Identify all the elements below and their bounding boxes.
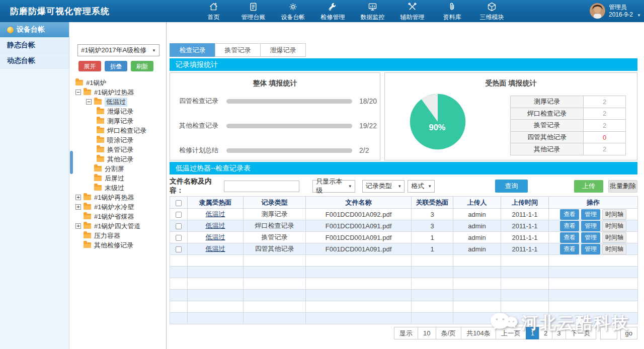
row-checkbox[interactable]	[176, 223, 182, 229]
folder-icon	[94, 176, 102, 181]
upload-button[interactable]: 上传	[574, 180, 603, 193]
row-checkbox[interactable]	[176, 235, 182, 241]
page-button-1[interactable]: 1	[526, 327, 539, 339]
tree-node[interactable]: −低温过	[69, 97, 166, 107]
page-button-3[interactable]: 3	[552, 327, 566, 339]
timeline-button[interactable]: 时间轴	[602, 209, 626, 220]
wrench-icon	[328, 2, 338, 12]
tree-node[interactable]: 其他检修记录	[69, 240, 166, 250]
folder-icon	[94, 166, 102, 171]
row-checkbox[interactable]	[176, 246, 182, 252]
expand-toggle-icon[interactable]: +	[75, 204, 81, 210]
tree-node[interactable]: 喷涂记录	[69, 135, 166, 145]
tree-node[interactable]: +#1锅炉四大管道	[69, 221, 166, 231]
overhaul-plan-select[interactable]: #1锅炉2017年A级检修 ▼	[77, 44, 159, 56]
folder-icon	[75, 80, 83, 85]
timeline-button[interactable]: 时间轴	[602, 221, 626, 231]
keyword-input[interactable]	[224, 181, 299, 192]
nav-item-home[interactable]: 首页	[194, 1, 233, 22]
sidebar: 设备台帐 静态台帐 动态台帐	[0, 22, 69, 349]
expand-toggle-icon[interactable]: +	[75, 223, 81, 229]
manage-button[interactable]: 管理	[581, 244, 600, 254]
user-dropdown-caret[interactable]: ▼	[637, 13, 641, 18]
page-button-2[interactable]: 2	[539, 327, 552, 339]
collapse-toggle-icon[interactable]: −	[86, 99, 92, 105]
folder-icon	[84, 214, 91, 219]
collapse-toggle-icon[interactable]: −	[75, 90, 81, 95]
search-button[interactable]: 查询	[495, 180, 528, 193]
sidebar-item-dynamic-ledger[interactable]: 动态台帐	[0, 53, 69, 69]
ledger-icon	[248, 2, 259, 12]
sidebar-item-static-ledger[interactable]: 静态台帐	[0, 38, 69, 53]
surface-link[interactable]: 低温过	[206, 245, 225, 252]
tree-node[interactable]: 压力容器	[69, 231, 166, 240]
surface-link[interactable]: 低温过	[206, 210, 225, 218]
surface-stats-table: 测厚记录2 焊口检查记录2 换管记录2 四管其他记录0 其他记录2	[510, 96, 626, 155]
go-button[interactable]: go	[620, 327, 637, 339]
refresh-button[interactable]: 刷新	[131, 61, 153, 71]
row-checkbox[interactable]	[176, 212, 182, 218]
surface-link[interactable]: 低温过	[206, 222, 225, 229]
surface-stats-title: 受热面 填报统计	[385, 79, 637, 88]
timeline-button[interactable]: 时间轴	[602, 232, 626, 243]
tree-node[interactable]: 测厚记录	[69, 116, 166, 126]
monitor-icon	[367, 2, 378, 12]
chevron-down-icon: ▼	[397, 184, 401, 189]
manage-button[interactable]: 管理	[581, 232, 600, 243]
paperclip-icon	[447, 2, 457, 12]
tree-node[interactable]: +#1锅炉再热器	[69, 193, 166, 202]
page-size-value[interactable]: 10	[418, 327, 436, 339]
nav-item-maintenance[interactable]: 检修管理	[313, 1, 353, 22]
record-type-select[interactable]: 记录类型▼	[362, 180, 405, 193]
format-select[interactable]: 格式▼	[408, 180, 435, 193]
tree-node[interactable]: +#1锅炉水冷壁	[69, 202, 166, 212]
empty-row	[170, 267, 638, 278]
folder-icon	[84, 242, 91, 248]
goto-page-input[interactable]	[600, 327, 617, 339]
batch-delete-button[interactable]: 批量删除	[608, 180, 637, 193]
tab-explosion-records[interactable]: 泄爆记录	[260, 43, 306, 57]
tree-node[interactable]: 焊口检查记录	[69, 126, 166, 135]
level-select[interactable]: 只显示本级▼	[312, 180, 355, 193]
manage-button[interactable]: 管理	[581, 209, 600, 220]
nav-item-equipment[interactable]: 设备台帐	[273, 1, 313, 22]
tree-node[interactable]: 后屏过	[69, 173, 166, 183]
folder-icon	[97, 156, 104, 162]
tree-node[interactable]: −#1锅炉过热器	[69, 88, 166, 97]
next-page-button[interactable]: 下一页	[566, 327, 596, 339]
view-button[interactable]: 查看	[560, 209, 579, 220]
tab-inspection-records[interactable]: 检查记录	[170, 43, 215, 57]
empty-row	[170, 278, 638, 290]
view-button[interactable]: 查看	[560, 244, 579, 254]
user-menu[interactable]: 管理员 2016-9-2	[590, 3, 633, 19]
tree-node[interactable]: 分割屏	[69, 164, 166, 173]
tree-scrollbar-thumb[interactable]	[70, 151, 73, 174]
expand-toggle-icon[interactable]: +	[75, 195, 81, 200]
surface-link[interactable]: 低温过	[206, 233, 225, 241]
view-button[interactable]: 查看	[560, 221, 579, 231]
tree-node[interactable]: 换管记录	[69, 145, 166, 154]
tree-node[interactable]: #1锅炉	[69, 78, 166, 88]
tree-node[interactable]: 其他记录	[69, 154, 166, 164]
expand-button[interactable]: 展开	[78, 61, 101, 71]
folder-icon	[97, 137, 104, 143]
gear-icon	[288, 2, 298, 12]
nav-item-aux-manage[interactable]: 辅助管理	[392, 1, 432, 22]
collapse-button[interactable]: 折叠	[105, 61, 127, 71]
prev-page-button[interactable]: 上一页	[496, 327, 526, 339]
progress-bar	[226, 148, 352, 153]
view-button[interactable]: 查看	[560, 232, 579, 243]
manage-button[interactable]: 管理	[581, 221, 600, 231]
record-tabs: 检查记录 换管记录 泄爆记录	[170, 43, 637, 57]
nav-item-ledger[interactable]: 管理台账	[233, 1, 273, 22]
nav-item-data-monitor[interactable]: 数据监控	[353, 1, 392, 22]
select-all-checkbox[interactable]	[176, 200, 182, 206]
nav-item-library[interactable]: 资料库	[432, 1, 472, 22]
tab-tube-replacement-records[interactable]: 换管记录	[215, 43, 261, 57]
tree-node[interactable]: 泄爆记录	[69, 107, 166, 116]
timeline-button[interactable]: 时间轴	[602, 244, 626, 254]
sidebar-item-equipment-ledger[interactable]: 设备台帐	[0, 22, 69, 38]
nav-item-3d-module[interactable]: 三维模块	[472, 1, 512, 22]
tree-node[interactable]: 末级过	[69, 183, 166, 193]
tree-node[interactable]: #1锅炉省煤器	[69, 212, 166, 221]
